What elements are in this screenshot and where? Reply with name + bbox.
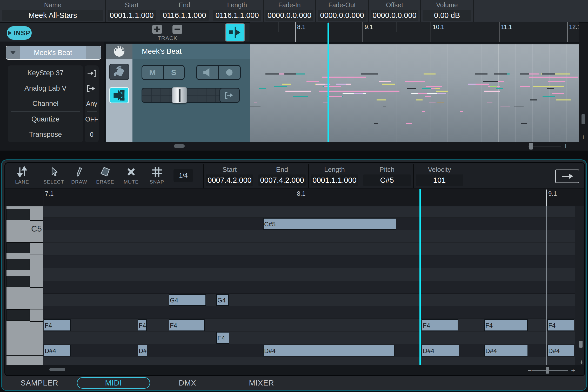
inspector-value-cell[interactable]: 0 bbox=[85, 127, 99, 142]
midi-note-ds4[interactable]: D#4 bbox=[547, 345, 574, 356]
info-field-value[interactable]: 0.00 dB bbox=[423, 10, 471, 21]
piano-keyboard[interactable]: C5 bbox=[6, 206, 43, 365]
info-field-value[interactable]: 0000.0.0.000 bbox=[265, 10, 313, 21]
tool-select-button[interactable]: SELECT bbox=[43, 165, 64, 187]
midi-note-g4[interactable]: G4 bbox=[169, 294, 206, 306]
track-title-bar[interactable]: Meek's Beat bbox=[132, 44, 250, 59]
midi-note-f4[interactable]: F4 bbox=[169, 319, 205, 331]
auto-scroll-button[interactable] bbox=[225, 23, 245, 42]
piano-black-key[interactable] bbox=[6, 309, 30, 321]
tab-dmx[interactable]: DMX bbox=[162, 377, 213, 389]
clip-note-streak bbox=[383, 106, 386, 106]
remove-track-button[interactable] bbox=[172, 25, 182, 34]
piano-black-key[interactable] bbox=[6, 276, 30, 287]
note-field-pitch[interactable]: C#5 bbox=[363, 174, 411, 186]
inspector-row-analog-lab-v[interactable]: Analog Lab V bbox=[8, 81, 83, 96]
track-fader[interactable] bbox=[142, 88, 224, 103]
inspector-value-cell[interactable] bbox=[85, 81, 99, 96]
solo-button[interactable]: S bbox=[164, 66, 184, 79]
midi-note-ds4[interactable]: D# bbox=[138, 345, 147, 356]
info-field-value[interactable]: Meek All-Stars bbox=[2, 10, 103, 21]
midi-note-ds4[interactable]: D#4 bbox=[44, 345, 71, 356]
mute-solo-group: MS bbox=[142, 65, 185, 80]
clip-grid-line bbox=[312, 44, 312, 142]
note-field-end[interactable]: 0007.4.2.000 bbox=[258, 174, 306, 186]
info-field-value[interactable]: 0001.1.1.000 bbox=[108, 10, 156, 21]
tool-draw-button[interactable]: DRAW bbox=[69, 165, 90, 187]
midi-note-f4[interactable]: F4 bbox=[547, 319, 574, 331]
midi-note-g4[interactable]: G4 bbox=[216, 294, 229, 306]
inspector-row-transpose[interactable]: Transpose bbox=[8, 127, 83, 142]
mute-button[interactable]: M bbox=[142, 66, 164, 79]
input-monitor-button[interactable] bbox=[109, 87, 129, 103]
midi-note-ds4[interactable]: D#4 bbox=[484, 345, 528, 356]
note-field-length[interactable]: 0001.1.1.000 bbox=[311, 174, 358, 186]
midi-note-ds4[interactable]: D#4 bbox=[422, 345, 459, 356]
vzoom-in-button[interactable]: + bbox=[580, 133, 587, 141]
inspector-value-cell[interactable]: Any bbox=[85, 96, 99, 111]
vscroll-handle[interactable] bbox=[582, 114, 585, 124]
tool-mute-button[interactable]: MUTE bbox=[121, 165, 142, 187]
inspector-value-cell[interactable] bbox=[85, 65, 99, 81]
snap-value-button[interactable]: 1/4 bbox=[173, 169, 193, 182]
clip-note-streak bbox=[436, 91, 448, 92]
note-field-velocity[interactable]: 101 bbox=[416, 174, 463, 186]
zoom-in-button[interactable]: + bbox=[562, 142, 569, 150]
arrangement-vzoom-strip: + bbox=[579, 23, 588, 142]
zoom-in-button[interactable]: + bbox=[570, 367, 577, 374]
hscroll-handle[interactable] bbox=[174, 144, 185, 148]
tool-lane-button[interactable]: LANE bbox=[12, 165, 32, 187]
tool-erase-button[interactable]: ERASE bbox=[95, 165, 116, 187]
info-field-value[interactable]: 0116.1.1.000 bbox=[160, 10, 209, 21]
tool-snap-button[interactable]: SNAP bbox=[146, 165, 167, 187]
midi-note-f4[interactable]: F4 bbox=[44, 319, 71, 331]
vzoom-out-button[interactable]: − bbox=[578, 313, 585, 321]
color-bucket-button[interactable] bbox=[109, 64, 129, 80]
ruler-bar-line bbox=[431, 22, 431, 42]
arrangement-timeline-ruler[interactable]: 8.19.110.111.112.1 bbox=[250, 22, 579, 42]
midi-note-f4[interactable]: F4 bbox=[422, 319, 458, 331]
fader-handle[interactable] bbox=[172, 87, 187, 103]
midi-clip[interactable] bbox=[250, 44, 579, 142]
midi-note-e4[interactable]: E4 bbox=[216, 332, 229, 344]
midi-note-ds4[interactable]: D#4 bbox=[263, 345, 395, 356]
info-field-value[interactable]: 0000.0.0.000 bbox=[318, 10, 366, 21]
zoom-slider-handle[interactable] bbox=[529, 143, 533, 150]
midi-note-f4[interactable]: F4 bbox=[138, 319, 147, 331]
clip-note-streak bbox=[514, 106, 524, 106]
piano-black-key[interactable] bbox=[6, 259, 30, 270]
tab-midi[interactable]: MIDI bbox=[77, 377, 150, 389]
track-speaker-button[interactable] bbox=[197, 66, 219, 79]
piano-black-key[interactable] bbox=[6, 209, 30, 220]
inspector-toggle-label: INSP bbox=[14, 29, 30, 37]
editor-timeline-ruler[interactable]: 7.18.19.1 bbox=[5, 189, 584, 206]
midi-note-cs5[interactable]: C#5 bbox=[263, 218, 396, 230]
piano-roll-grid[interactable]: C#5G4G4F4F4F4F4F4F4E4D#4D#D#4D#4D#4D#4 bbox=[43, 206, 575, 365]
vzoom-track bbox=[581, 323, 581, 358]
tab-mixer[interactable]: MIXER bbox=[236, 377, 288, 389]
inspector-value-cell[interactable]: OFF bbox=[85, 112, 99, 127]
inspector-row-channel[interactable]: Channel bbox=[8, 96, 83, 111]
piano-black-key[interactable] bbox=[6, 242, 30, 253]
track-record-button[interactable] bbox=[219, 66, 240, 79]
tab-sampler[interactable]: SAMPLER bbox=[14, 377, 65, 389]
vzoom-in-button[interactable]: + bbox=[578, 358, 585, 366]
track-output-button[interactable] bbox=[219, 88, 240, 103]
vzoom-handle[interactable] bbox=[579, 341, 583, 348]
note-field-start[interactable]: 0007.4.2.000 bbox=[206, 174, 253, 186]
zoom-slider-handle[interactable] bbox=[546, 367, 549, 374]
info-field-value[interactable]: 0116.1.1.000 bbox=[213, 10, 261, 21]
inspector-row-quantize[interactable]: Quantize bbox=[8, 112, 83, 127]
hscroll-handle[interactable] bbox=[49, 368, 65, 371]
track-selector-dropdown[interactable]: Meek's Beat bbox=[6, 46, 101, 60]
inspector-row-keystep-37[interactable]: KeyStep 37 bbox=[8, 65, 83, 81]
midi-note-f4[interactable]: F4 bbox=[484, 319, 528, 331]
zoom-out-button[interactable]: − bbox=[519, 142, 526, 150]
info-field-value[interactable]: 0000.0.0.000 bbox=[371, 10, 418, 21]
add-track-button[interactable] bbox=[152, 25, 162, 34]
clip-note-streak bbox=[426, 86, 442, 87]
inspector-toggle-button[interactable]: INSP bbox=[7, 26, 32, 40]
editor-route-button[interactable] bbox=[555, 170, 579, 183]
clip-grid-line bbox=[380, 44, 380, 142]
dropdown-arrow-cell[interactable] bbox=[6, 46, 20, 59]
